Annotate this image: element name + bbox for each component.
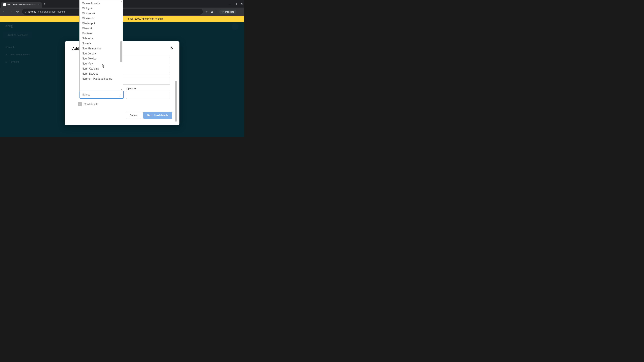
reload-button[interactable]: ⟳ [16, 10, 20, 13]
dropdown-option[interactable]: Missouri [80, 26, 123, 31]
cancel-button[interactable]: Cancel [126, 112, 142, 119]
step-2-header: 2 Card details [78, 102, 170, 106]
url-path: /settings/payment-method [38, 10, 65, 13]
state-dropdown: ▲ ▼ MassachusettsMichiganMicronesiaMinne… [79, 0, 123, 91]
state-select[interactable]: Select ⌄ [80, 91, 124, 99]
dropdown-scroll-thumb[interactable] [120, 41, 122, 62]
incognito-icon: 🕶 [222, 10, 224, 13]
dropdown-arrow-down-icon[interactable]: ▼ [120, 88, 122, 90]
browser-tab[interactable]: ✓ Hire Top Remote Software Dev × [1, 2, 42, 7]
dropdown-option[interactable]: North Carolina [80, 66, 123, 71]
dropdown-option[interactable]: North Dakota [80, 71, 123, 76]
dropdown-option[interactable]: Mississippi [80, 21, 123, 26]
dropdown-option[interactable]: Nevada [80, 41, 123, 46]
bookmark-icon[interactable]: ☆ [206, 10, 208, 13]
incognito-label: Incognito [225, 10, 234, 13]
extensions-icon[interactable]: ⧉ [211, 10, 213, 13]
zip-input[interactable] [126, 91, 170, 99]
tab-close-icon[interactable]: × [38, 3, 40, 6]
step-label: Card details [84, 103, 98, 106]
zip-label: Zip code [126, 87, 170, 90]
next-button[interactable]: Next: Card details [143, 112, 172, 119]
maximize-icon[interactable]: ▢ [234, 2, 237, 5]
dropdown-option[interactable]: Michigan [80, 6, 123, 11]
tab-favicon-icon: ✓ [3, 3, 6, 6]
dropdown-option[interactable]: New Mexico [80, 56, 123, 61]
dropdown-option[interactable]: New York [80, 61, 123, 66]
dropdown-scrollbar[interactable] [120, 2, 122, 88]
dropdown-option[interactable]: Minnesota [80, 16, 123, 21]
dropdown-option[interactable]: Massachusetts [80, 1, 123, 6]
window-controls: — ▢ ✕ [228, 2, 243, 5]
form-scroll-thumb[interactable] [175, 81, 177, 121]
back-button[interactable]: ← [2, 10, 6, 13]
dropdown-option[interactable]: Northern Mariana Islands [80, 76, 123, 81]
new-tab-button[interactable]: + [44, 2, 46, 6]
dropdown-option[interactable]: Nebraska [80, 36, 123, 41]
dropdown-option[interactable]: Montana [80, 31, 123, 36]
url-host: arc.dev [28, 10, 36, 13]
modal-close-button[interactable]: ✕ [170, 45, 174, 50]
minimize-icon[interactable]: — [228, 2, 230, 5]
dropdown-option[interactable]: Micronesia [80, 11, 123, 16]
modal-actions: Cancel Next: Card details [72, 112, 172, 119]
dropdown-option[interactable]: New Hampshire [80, 46, 123, 51]
dropdown-arrow-up-icon[interactable]: ▲ [120, 0, 122, 2]
close-window-icon[interactable]: ✕ [241, 2, 243, 5]
dropdown-option[interactable]: New Jersey [80, 51, 123, 56]
form-scrollbar[interactable] [175, 53, 177, 123]
banner-text: r you, $1000 hiring credit for them [128, 17, 163, 20]
chevron-down-icon: ⌄ [119, 93, 121, 96]
menu-icon[interactable]: ⋮ [240, 10, 242, 13]
forward-button[interactable]: → [9, 10, 13, 13]
site-settings-icon[interactable]: ⚙ [24, 10, 27, 13]
dropdown-list: MassachusettsMichiganMicronesiaMinnesota… [80, 0, 123, 82]
state-select-value: Select [82, 93, 90, 96]
tab-title: Hire Top Remote Software Dev [8, 3, 37, 6]
step-badge: 2 [78, 102, 82, 106]
incognito-badge: 🕶 Incognito [219, 9, 236, 14]
